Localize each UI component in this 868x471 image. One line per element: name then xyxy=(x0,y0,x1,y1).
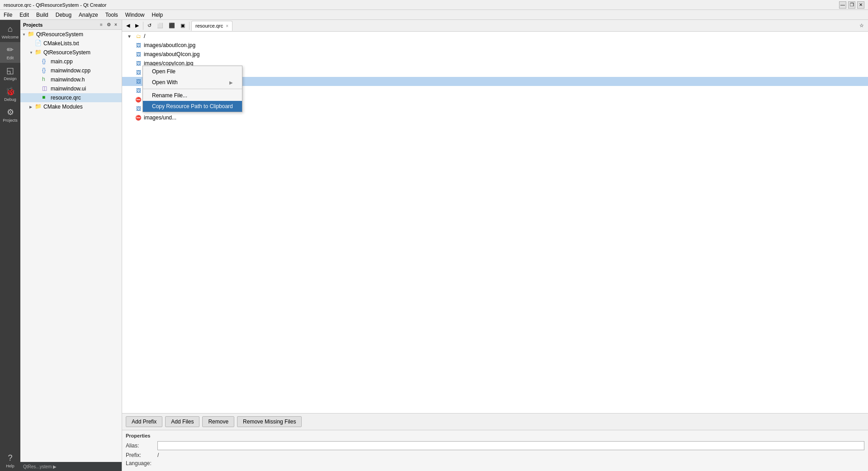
alias-label: Alias: xyxy=(126,442,157,449)
close-button[interactable]: ✕ xyxy=(857,1,864,9)
prop-row-language: Language: xyxy=(126,460,864,466)
sidebar: ⌂ Welcome ✏ Edit ◱ Design 🐞 Debug ⚙ Proj… xyxy=(0,20,20,471)
context-menu-open-with[interactable]: Open With ▶ xyxy=(143,77,242,88)
tree-item-main-cpp[interactable]: {}​ main.cpp xyxy=(20,57,122,66)
cpp-icon: {}​ xyxy=(42,58,49,65)
alias-input[interactable] xyxy=(157,441,864,450)
context-menu-copy-path[interactable]: Copy Resource Path to Clipboard xyxy=(143,101,242,112)
file-label: images/und... xyxy=(144,114,176,121)
add-prefix-button[interactable]: Add Prefix xyxy=(126,416,162,427)
prefix-label: / xyxy=(144,33,145,39)
tree-label: QtResourceSystem xyxy=(36,31,120,38)
main-layout: ⌂ Welcome ✏ Edit ◱ Design 🐞 Debug ⚙ Proj… xyxy=(0,20,868,471)
tree-item-mainwindow-cpp[interactable]: {}​ mainwindow.cpp xyxy=(20,66,122,75)
file-item-aboutqicon[interactable]: 🖼 images/aboutQIcon.jpg xyxy=(122,50,868,59)
header-icon: h xyxy=(42,76,49,83)
help-icon: ? xyxy=(8,453,12,463)
toolbar-back-btn[interactable]: ◀ xyxy=(124,21,132,31)
sidebar-item-design[interactable]: ◱ Design xyxy=(0,63,20,84)
tree-item-qtresourcesystem-root[interactable]: ▼ 📁 QtResourceSystem xyxy=(20,30,122,39)
tree-arrow: ▼ xyxy=(22,33,28,37)
tab-close-btn[interactable]: × xyxy=(226,24,228,29)
image-icon: 🖼 xyxy=(135,60,142,67)
prefix-label: Prefix: xyxy=(126,452,157,458)
tree-item-mainwindow-ui[interactable]: ◫ mainwindow.ui xyxy=(20,84,122,93)
menu-bar: File Edit Build Debug Analyze Tools Wind… xyxy=(0,10,868,20)
tree-arrow: ▼ xyxy=(29,51,35,55)
prop-row-alias: Alias: xyxy=(126,441,864,450)
cmake-icon: 📄 xyxy=(35,40,42,47)
context-menu-label: Open File xyxy=(152,68,175,75)
sidebar-item-edit[interactable]: ✏ Edit xyxy=(0,42,20,63)
panel-settings-btn[interactable]: ⚙ xyxy=(105,22,112,28)
prop-row-prefix: Prefix: / xyxy=(126,452,864,458)
toolbar-snapshot-btn[interactable]: ⬜ xyxy=(155,21,166,31)
image-icon: 🖼 xyxy=(135,87,142,94)
toolbar-diff-btn[interactable]: ⬛ xyxy=(166,21,177,31)
panel-close-btn[interactable]: × xyxy=(113,22,119,28)
tree-label: mainwindow.ui xyxy=(51,86,120,92)
tree-label: mainwindow.h xyxy=(51,76,120,83)
resource-editor: ▼ 🗂 / 🖼 images/aboutIcon.jpg 🖼 images/ab… xyxy=(122,32,868,471)
menu-analyze[interactable]: Analyze xyxy=(75,11,102,19)
tree-label: QtResourceSystem xyxy=(43,49,120,56)
sidebar-label-help: Help xyxy=(6,464,14,468)
file-label: images/aboutIcon.jpg xyxy=(144,42,195,48)
menu-help[interactable]: Help xyxy=(148,11,167,19)
panel-filter-btn[interactable]: ≡ xyxy=(98,22,104,28)
toolbar-split-btn[interactable]: ▣ xyxy=(178,21,187,31)
menu-tools[interactable]: Tools xyxy=(102,11,122,19)
tree-item-qtresourcesystem-sub[interactable]: ▼ 📁 QtResourceSystem xyxy=(20,48,122,57)
design-icon: ◱ xyxy=(6,66,14,76)
file-item-undoicon[interactable]: ⛔ images/und... xyxy=(122,113,868,122)
sidebar-label-welcome: Welcome xyxy=(2,35,19,39)
file-label: images/aboutQIcon.jpg xyxy=(144,51,199,57)
folder-icon: 📁 xyxy=(35,103,42,110)
file-item-abouticon[interactable]: 🖼 images/aboutIcon.jpg xyxy=(122,41,868,50)
tree-label: main.cpp xyxy=(51,58,120,65)
tab-resource-qrc[interactable]: resource.qrc × xyxy=(191,21,232,31)
context-menu-rename-file[interactable]: Rename File... xyxy=(143,90,242,101)
menu-file[interactable]: File xyxy=(0,11,16,19)
prefix-value: / xyxy=(157,452,159,458)
sidebar-label-edit: Edit xyxy=(7,56,14,60)
sidebar-item-welcome[interactable]: ⌂ Welcome xyxy=(0,22,20,42)
toolbar-star-btn[interactable]: ☆ xyxy=(857,21,866,31)
remove-button[interactable]: Remove xyxy=(202,416,234,427)
maximize-button[interactable]: ❐ xyxy=(848,1,855,9)
add-files-button[interactable]: Add Files xyxy=(165,416,199,427)
edit-icon: ✏ xyxy=(7,45,14,55)
tree-item-cmake-modules[interactable]: ▶ 📁 CMake Modules xyxy=(20,102,122,111)
menu-build[interactable]: Build xyxy=(33,11,52,19)
menu-edit[interactable]: Edit xyxy=(16,11,33,19)
sidebar-item-debug[interactable]: 🐞 Debug xyxy=(0,84,20,105)
image-icon: 🖼 xyxy=(135,42,142,49)
submenu-arrow-icon: ▶ xyxy=(229,80,233,85)
menu-debug[interactable]: Debug xyxy=(52,11,75,19)
error-icon: ⛔ xyxy=(135,114,142,121)
sidebar-item-help[interactable]: ? Help xyxy=(0,451,20,471)
menu-window[interactable]: Window xyxy=(122,11,148,19)
welcome-icon: ⌂ xyxy=(8,24,13,34)
sidebar-label-projects: Projects xyxy=(3,118,18,123)
sidebar-item-projects[interactable]: ⚙ Projects xyxy=(0,105,20,125)
main-toolbar: ◀ ▶ ↺ ⬜ ⬛ ▣ resource.qrc × ☆ xyxy=(122,20,868,32)
tree-item-mainwindow-h[interactable]: h mainwindow.h xyxy=(20,75,122,84)
minimize-button[interactable]: — xyxy=(839,1,846,9)
sidebar-label-debug: Debug xyxy=(4,97,16,102)
tree-item-resource-qrc[interactable]: ■ resource.qrc xyxy=(20,93,122,102)
projects-bottom-bar[interactable]: QtRes...ystem ▶ xyxy=(20,462,122,471)
folder-icon: 🗂 xyxy=(135,33,142,40)
context-menu-open-file[interactable]: Open File xyxy=(143,66,242,77)
context-menu-label: Open With xyxy=(152,79,178,86)
tree-item-cmakelists[interactable]: 📄 CMakeLists.txt xyxy=(20,39,122,48)
toolbar-refresh-btn[interactable]: ↺ xyxy=(145,21,154,31)
remove-missing-files-button[interactable]: Remove Missing Files xyxy=(237,416,302,427)
tree-label: CMakeLists.txt xyxy=(43,40,120,47)
image-icon: 🖼 xyxy=(135,78,142,85)
projects-panel-header: Projects ≡ ⚙ × xyxy=(20,20,122,30)
toolbar-forward-btn[interactable]: ▶ xyxy=(133,21,141,31)
projects-bottom-label: QtRes...ystem xyxy=(23,464,52,469)
context-menu-label: Copy Resource Path to Clipboard xyxy=(152,103,233,109)
prefix-root[interactable]: ▼ 🗂 / xyxy=(122,32,868,41)
